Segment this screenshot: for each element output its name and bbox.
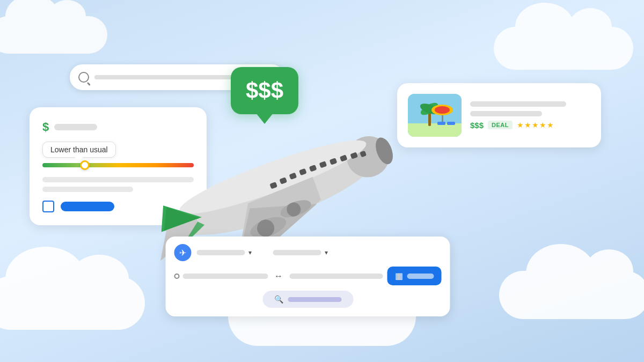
- swap-icon[interactable]: ↔: [272, 270, 285, 283]
- widget-top-row: ✈ ▾ ▾: [174, 244, 442, 261]
- search-icon: [78, 72, 89, 83]
- destination-input-placeholder: [289, 274, 383, 279]
- svg-rect-22: [350, 152, 358, 159]
- cloud-bottom-left: [0, 276, 145, 330]
- svg-rect-17: [299, 168, 307, 176]
- widget-route-row: ↔ ▦: [174, 267, 442, 285]
- origin-field[interactable]: [174, 274, 268, 279]
- svg-point-32: [285, 201, 303, 218]
- svg-point-11: [341, 130, 395, 183]
- flight-search-widget[interactable]: ✈ ▾ ▾ ↔ ▦ 🔍: [166, 237, 450, 316]
- svg-point-12: [372, 135, 396, 166]
- deal-info-row: $$$ DEAL ★★★★★: [470, 121, 590, 130]
- right-card-content: $$$ DEAL ★★★★★: [470, 101, 590, 130]
- destination-field[interactable]: [289, 274, 383, 279]
- price-tooltip: Lower than usual: [42, 142, 116, 158]
- svg-rect-20: [330, 158, 338, 165]
- beach-thumbnail: [408, 94, 462, 137]
- chevron-down-icon-2: ▾: [325, 249, 328, 256]
- plane-icon: ✈: [174, 244, 192, 261]
- star-rating: ★★★★★: [517, 121, 554, 129]
- cloud-bottom-right: [499, 271, 644, 319]
- price-gauge-track: [42, 163, 194, 167]
- right-card-line-1: [470, 101, 566, 107]
- search-label-bar: [288, 297, 341, 302]
- deal-badge: DEAL: [488, 121, 513, 129]
- gauge-thumb: [80, 160, 90, 170]
- svg-point-30: [255, 217, 277, 239]
- deal-price-symbol: $$$: [470, 121, 484, 130]
- card-line-1: [42, 177, 194, 182]
- trip-type-dropdown[interactable]: ▾: [197, 249, 252, 256]
- svg-rect-19: [319, 161, 327, 168]
- passengers-label-bar: [273, 250, 321, 255]
- svg-rect-15: [279, 177, 287, 184]
- right-card-line-2: [470, 111, 542, 116]
- search-button[interactable]: 🔍: [262, 291, 353, 308]
- svg-rect-16: [289, 173, 297, 180]
- passengers-dropdown[interactable]: ▾: [273, 249, 328, 256]
- card-footer: [42, 201, 194, 212]
- select-button-placeholder[interactable]: [61, 202, 114, 211]
- price-gauge-card: $ Lower than usual: [30, 107, 207, 225]
- price-placeholder-bar: [54, 124, 97, 130]
- search-icon-small: 🔍: [274, 295, 283, 304]
- currency-symbol: $: [42, 120, 49, 134]
- origin-input-placeholder: [183, 274, 268, 279]
- svg-rect-21: [340, 154, 348, 162]
- cloud-top-right: [494, 27, 633, 70]
- card-content-lines: [42, 177, 194, 192]
- origin-dot-icon: [174, 274, 180, 279]
- svg-rect-23: [360, 151, 367, 158]
- beach-scene-svg: [408, 94, 462, 137]
- svg-rect-9: [447, 122, 455, 125]
- svg-point-7: [435, 106, 450, 114]
- svg-rect-1: [408, 123, 462, 137]
- price-row: $: [42, 120, 194, 134]
- svg-rect-14: [269, 182, 277, 189]
- svg-point-31: [278, 197, 313, 221]
- checkbox[interactable]: [42, 201, 54, 212]
- plane-icon-symbol: ✈: [179, 248, 186, 258]
- chevron-down-icon: ▾: [248, 249, 252, 256]
- dropdown-label-bar: [197, 250, 245, 255]
- date-placeholder-bar: [407, 274, 434, 279]
- svg-rect-8: [437, 122, 445, 125]
- date-picker-button[interactable]: ▦: [387, 267, 442, 285]
- card-line-2: [42, 187, 133, 192]
- money-speech-bubble: $$$: [231, 67, 298, 114]
- svg-rect-18: [309, 165, 317, 172]
- cloud-top-left: [0, 16, 107, 54]
- widget-search-row: 🔍: [174, 291, 442, 308]
- deal-card: $$$ DEAL ★★★★★: [397, 83, 601, 147]
- calendar-icon: ▦: [395, 271, 403, 281]
